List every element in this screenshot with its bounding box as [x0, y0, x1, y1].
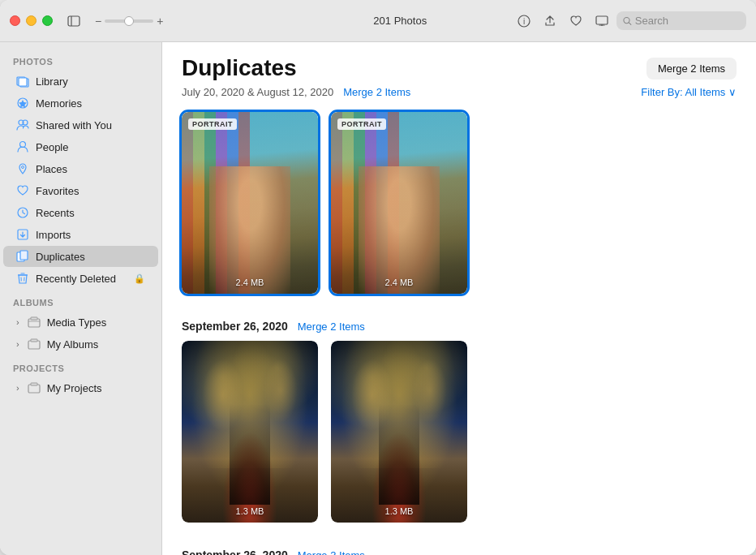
- info-button[interactable]: i: [513, 10, 535, 32]
- filter-by-label: Filter By: All Items ∨: [641, 86, 737, 98]
- expand-my-projects-icon: ›: [16, 383, 19, 393]
- photo-placeholder-1: [182, 112, 318, 294]
- trash-icon: [16, 272, 29, 285]
- favorites-button[interactable]: [565, 10, 587, 32]
- title-row: Duplicates Merge 2 Items: [182, 55, 737, 81]
- sidebar-item-favorites[interactable]: Favorites: [3, 180, 158, 201]
- sidebar-item-my-albums[interactable]: › My Albums: [3, 333, 158, 355]
- library-icon: [16, 75, 29, 88]
- svg-rect-20: [20, 251, 28, 260]
- slideshow-icon: [595, 15, 608, 28]
- expand-icon: ›: [16, 317, 19, 327]
- sidebar-item-recently-deleted[interactable]: Recently Deleted 🔒: [3, 268, 158, 289]
- zoom-slider-thumb[interactable]: [124, 16, 134, 26]
- search-box[interactable]: [616, 11, 746, 30]
- date-range: July 20, 2020 & August 12, 2020: [182, 86, 333, 98]
- content-area: Duplicates Merge 2 Items July 20, 2020 &…: [162, 42, 756, 555]
- sidebar-item-media-types[interactable]: › Media Types: [3, 312, 158, 333]
- subtitle-row: July 20, 2020 & August 12, 2020 Merge 2 …: [182, 84, 737, 99]
- sidebar-places-label: Places: [36, 163, 145, 175]
- filter-value[interactable]: All Items: [685, 86, 726, 98]
- filter-container: Filter By: All Items ∨: [641, 84, 737, 99]
- photo-placeholder-2: [331, 112, 467, 294]
- sidebar-people-label: People: [36, 141, 145, 153]
- media-types-icon: [28, 316, 41, 329]
- svg-text:i: i: [523, 17, 525, 26]
- photo-row-2: 1.3 MB 1.3 MB: [182, 341, 737, 523]
- photo-size-1: 2.4 MB: [182, 278, 318, 287]
- sidebar-duplicates-label: Duplicates: [36, 251, 145, 263]
- group-header-2: September 26, 2020 Merge 2 Items: [182, 313, 737, 333]
- sidebar-item-people[interactable]: People: [3, 136, 158, 157]
- filter-chevron: ∨: [728, 86, 737, 98]
- photo-card-2[interactable]: PORTRAIT 2.4 MB: [331, 112, 467, 294]
- sidebar-item-memories[interactable]: Memories: [3, 92, 158, 114]
- maximize-button[interactable]: [42, 15, 53, 26]
- share-button[interactable]: [539, 10, 561, 32]
- sidebar-my-albums-label: My Albums: [47, 338, 145, 351]
- sidebar-item-duplicates[interactable]: Duplicates: [3, 246, 158, 267]
- group-date-3: September 26, 2020: [182, 549, 288, 555]
- svg-rect-0: [68, 16, 79, 26]
- close-button[interactable]: [10, 15, 20, 26]
- search-icon: [623, 16, 632, 26]
- zoom-out-button[interactable]: −: [95, 15, 101, 28]
- zoom-in-button[interactable]: +: [157, 15, 163, 28]
- svg-point-16: [22, 166, 24, 169]
- my-projects-icon: [28, 381, 41, 394]
- toolbar-right-icons: i: [513, 10, 746, 32]
- sidebar-favorites-label: Favorites: [36, 185, 145, 197]
- portrait-badge-2: PORTRAIT: [337, 118, 386, 130]
- merge-link-header[interactable]: Merge 2 Items: [343, 86, 410, 98]
- photo-card-4[interactable]: 1.3 MB: [331, 341, 467, 523]
- albums-section-label: Albums: [0, 290, 161, 311]
- photo-card-1[interactable]: PORTRAIT 2.4 MB: [182, 112, 318, 294]
- sidebar-item-library[interactable]: Library: [3, 71, 158, 92]
- sidebar-icon: [67, 15, 80, 28]
- people-icon: [16, 140, 29, 153]
- group-merge-link-2[interactable]: Merge 2 Items: [298, 321, 365, 333]
- photo-card-3[interactable]: 1.3 MB: [182, 341, 318, 523]
- group-merge-link-3[interactable]: Merge 3 Items: [298, 549, 365, 556]
- places-icon: [16, 162, 29, 175]
- projects-section-label: Projects: [0, 355, 161, 376]
- sidebar-toggle-button[interactable]: [62, 10, 85, 32]
- content-header: Duplicates Merge 2 Items July 20, 2020 &…: [162, 42, 756, 105]
- titlebar: − + 201 Photos i: [0, 0, 756, 42]
- favorites-icon: [16, 184, 29, 197]
- shared-icon: [16, 118, 29, 131]
- recents-icon: [16, 206, 29, 219]
- group-date-2: September 26, 2020: [182, 320, 288, 333]
- duplicates-icon: [16, 250, 29, 263]
- titlebar-controls: − +: [62, 10, 288, 32]
- photo-groups: PORTRAIT 2.4 MB PORTRAIT 2.4 MB: [162, 105, 756, 555]
- app-window: − + 201 Photos i: [0, 0, 756, 555]
- sidebar-my-projects-label: My Projects: [47, 382, 145, 394]
- sidebar-item-places[interactable]: Places: [3, 158, 158, 179]
- my-albums-icon: [28, 338, 41, 351]
- group-header-3: September 26, 2020 Merge 3 Items: [182, 542, 737, 555]
- sidebar-recents-label: Recents: [36, 207, 145, 219]
- sidebar-item-imports[interactable]: Imports: [3, 224, 158, 245]
- info-icon: i: [518, 15, 530, 28]
- zoom-slider-container: − +: [95, 15, 163, 28]
- svg-rect-4: [596, 16, 608, 24]
- photo-group-2: September 26, 2020 Merge 2 Items: [182, 313, 737, 523]
- search-input[interactable]: [635, 15, 740, 27]
- sidebar-item-my-projects[interactable]: › My Projects: [3, 377, 158, 398]
- sidebar-recently-deleted-label: Recently Deleted: [36, 273, 127, 285]
- photo-size-4: 1.3 MB: [331, 506, 467, 516]
- slideshow-button[interactable]: [591, 10, 613, 32]
- minimize-button[interactable]: [26, 15, 37, 26]
- zoom-slider-track[interactable]: [105, 19, 153, 23]
- photo-placeholder-3: [182, 341, 318, 523]
- photo-row-1: PORTRAIT 2.4 MB PORTRAIT 2.4 MB: [182, 112, 737, 294]
- sidebar-item-recents[interactable]: Recents: [3, 202, 158, 223]
- sidebar-item-shared[interactable]: Shared with You: [3, 114, 158, 136]
- svg-rect-25: [31, 317, 37, 320]
- sidebar-shared-label: Shared with You: [36, 119, 145, 131]
- merge-top-button[interactable]: Merge 2 Items: [646, 58, 737, 80]
- traffic-lights: [10, 15, 53, 26]
- svg-line-8: [629, 22, 631, 24]
- lock-icon: 🔒: [134, 273, 145, 284]
